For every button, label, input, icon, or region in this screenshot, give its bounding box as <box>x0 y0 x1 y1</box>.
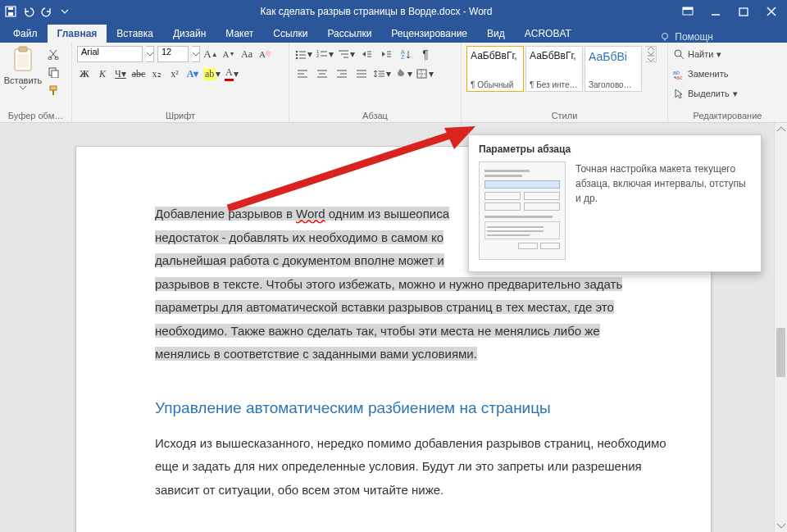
strikethrough-button[interactable]: abc <box>131 66 146 82</box>
line-spacing-button[interactable]: ▾ <box>373 66 391 82</box>
expand-icon <box>648 55 654 61</box>
svg-text:A: A <box>401 49 405 55</box>
change-case-button[interactable]: Aa <box>239 46 254 62</box>
tab-layout[interactable]: Макет <box>216 25 263 43</box>
grow-font-button[interactable]: A▲ <box>203 46 218 62</box>
svg-rect-6 <box>739 8 748 16</box>
save-icon[interactable] <box>5 6 16 17</box>
highlight-button[interactable]: ab▾ <box>203 66 221 82</box>
maximize-icon[interactable] <box>738 6 749 17</box>
font-name-dropdown[interactable] <box>146 46 154 62</box>
svg-point-24 <box>296 54 298 57</box>
tell-me[interactable]: Помощн <box>660 31 787 43</box>
align-right-button[interactable] <box>334 66 350 82</box>
paste-button[interactable]: Вставить <box>5 46 41 98</box>
svg-text:2: 2 <box>316 53 320 58</box>
bulb-icon <box>660 32 670 42</box>
replace-button[interactable]: abac Заменить <box>673 66 782 82</box>
group-label-clipboard: Буфер обм… <box>5 109 66 120</box>
subscript-button[interactable]: x₂ <box>149 66 164 82</box>
select-button[interactable]: Выделить▾ <box>673 85 782 102</box>
replace-icon: abac <box>673 68 685 80</box>
svg-point-26 <box>296 57 298 60</box>
sort-button[interactable]: AZ <box>398 46 414 62</box>
cut-button[interactable] <box>46 46 61 62</box>
font-size-dropdown[interactable] <box>192 46 200 62</box>
ribbon: Вставить Буфер обм… Arial 12 A▲ A▼ Aa A … <box>0 43 787 123</box>
paragraph-2[interactable]: Исходя из вышесказанного, нередко помимо… <box>155 432 673 502</box>
multilevel-button[interactable]: ▾ <box>337 46 355 62</box>
group-label-paragraph: Абзац <box>294 109 456 120</box>
ribbon-tabs: Файл Главная Вставка Дизайн Макет Ссылки… <box>0 23 787 43</box>
svg-rect-21 <box>265 50 271 57</box>
group-label-editing: Редактирование <box>673 109 782 120</box>
underline-button[interactable]: Ч▾ <box>113 66 128 82</box>
align-left-button[interactable] <box>294 66 311 82</box>
borders-button[interactable]: ▾ <box>416 66 434 82</box>
redo-icon[interactable] <box>41 6 52 17</box>
superscript-button[interactable]: x² <box>167 66 182 82</box>
find-button[interactable]: Найти▾ <box>673 46 782 62</box>
align-center-button[interactable] <box>314 66 330 82</box>
group-clipboard: Вставить Буфер обм… <box>0 43 72 122</box>
tab-review[interactable]: Рецензирование <box>381 25 477 43</box>
svg-text:ac: ac <box>676 75 683 80</box>
scroll-down-icon[interactable] <box>775 519 787 532</box>
text-effects-button[interactable]: A▾ <box>185 66 200 82</box>
clear-format-button[interactable]: A <box>257 46 272 62</box>
heading-2[interactable]: Управление автоматическим разбиением на … <box>155 399 673 417</box>
font-color-button[interactable]: A▾ <box>224 66 239 82</box>
bold-button[interactable]: Ж <box>77 66 92 82</box>
style-normal[interactable]: АаБбВвГг, ¶ Обычный <box>466 46 524 92</box>
chevron-down-icon <box>20 85 26 90</box>
window-title: Как сделать разрыв страницы в Ворде.docx… <box>71 6 682 17</box>
show-marks-button[interactable]: ¶ <box>417 46 434 62</box>
svg-text:A: A <box>259 49 266 59</box>
qat-customize-icon[interactable] <box>59 6 71 17</box>
font-name-combo[interactable]: Arial <box>77 46 143 62</box>
window-buttons <box>682 6 782 17</box>
shading-button[interactable]: ▾ <box>394 66 412 82</box>
style-name: Заголово… <box>589 80 638 89</box>
shrink-font-button[interactable]: A▼ <box>221 46 236 62</box>
numbering-button[interactable]: 12▾ <box>316 46 334 62</box>
svg-rect-58 <box>417 70 426 78</box>
tab-view[interactable]: Вид <box>477 25 515 43</box>
decrease-indent-button[interactable] <box>358 46 375 62</box>
styles-more[interactable] <box>645 46 657 62</box>
ribbon-options-icon[interactable] <box>682 6 694 17</box>
copy-button[interactable] <box>46 64 61 80</box>
format-painter-button[interactable] <box>46 82 61 98</box>
paste-label: Вставить <box>4 75 43 85</box>
tab-mailings[interactable]: Рассылки <box>318 25 382 43</box>
font-size-combo[interactable]: 12 <box>157 46 189 62</box>
svg-text:1: 1 <box>316 49 320 54</box>
style-heading1[interactable]: АаБбВі Заголово… <box>585 46 642 92</box>
tab-insert[interactable]: Вставка <box>107 25 163 43</box>
justify-button[interactable] <box>353 66 370 82</box>
italic-button[interactable]: К <box>95 66 110 82</box>
bullets-button[interactable]: ▾ <box>294 46 312 62</box>
tab-home[interactable]: Главная <box>48 25 107 43</box>
increase-indent-button[interactable] <box>378 46 394 62</box>
scroll-thumb[interactable] <box>776 328 785 377</box>
svg-rect-17 <box>52 70 58 78</box>
style-no-spacing[interactable]: АаБбВвГг, ¶ Без инте… <box>525 46 583 92</box>
group-font: Arial 12 A▲ A▼ Aa A Ж К Ч▾ abc x₂ x² A▾ … <box>72 43 289 122</box>
tab-file[interactable]: Файл <box>3 25 48 43</box>
tooltip-preview <box>479 161 566 260</box>
group-paragraph: ▾ 12▾ ▾ AZ ¶ ▾ ▾ ▾ Абзац <box>289 43 462 122</box>
tab-references[interactable]: Ссылки <box>263 25 317 43</box>
tab-acrobat[interactable]: ACROBAT <box>515 25 581 43</box>
undo-icon[interactable] <box>23 6 34 17</box>
scroll-up-icon[interactable] <box>775 123 787 136</box>
svg-rect-4 <box>683 7 693 10</box>
svg-rect-12 <box>19 47 27 52</box>
style-sample: АаБбВвГг, <box>471 50 520 61</box>
tab-design[interactable]: Дизайн <box>163 25 216 43</box>
minimize-icon[interactable] <box>710 6 721 17</box>
paragraph-settings-tooltip: Параметры абзаца Точная настройка макета… <box>468 134 762 272</box>
vertical-scrollbar[interactable] <box>774 123 787 532</box>
tell-me-label: Помощн <box>675 31 713 43</box>
close-icon[interactable] <box>766 6 777 17</box>
